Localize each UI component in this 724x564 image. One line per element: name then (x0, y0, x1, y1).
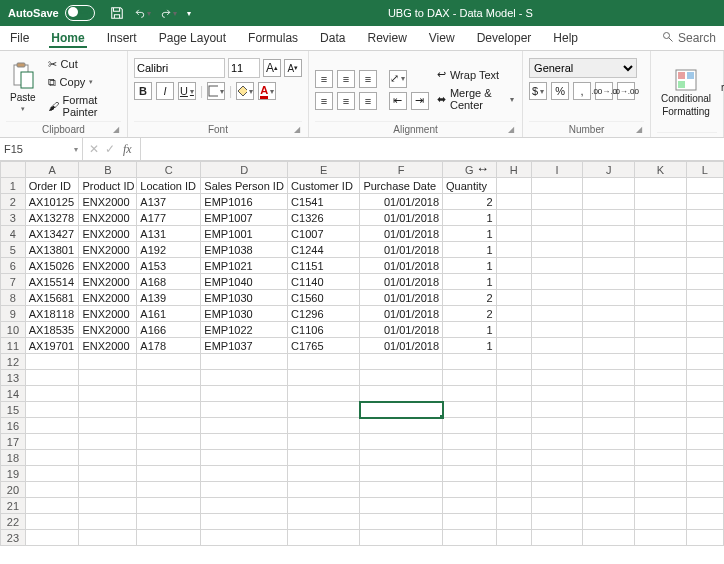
cell[interactable]: 2 (443, 194, 497, 210)
cell[interactable] (583, 290, 635, 306)
cell[interactable] (635, 386, 687, 402)
cell[interactable]: AX15514 (25, 274, 79, 290)
cancel-icon[interactable]: ✕ (89, 142, 99, 156)
cell[interactable] (531, 306, 583, 322)
cell[interactable] (531, 482, 583, 498)
column-header-G[interactable]: G (443, 162, 497, 178)
cell[interactable] (201, 498, 288, 514)
row-header-22[interactable]: 22 (1, 514, 26, 530)
cell[interactable] (201, 482, 288, 498)
cell[interactable] (686, 290, 723, 306)
cell[interactable] (635, 210, 687, 226)
cell[interactable] (531, 418, 583, 434)
tab-data[interactable]: Data (318, 29, 347, 47)
cell[interactable] (443, 450, 497, 466)
cell[interactable]: Product ID (79, 178, 137, 194)
cell[interactable]: EMP1016 (201, 194, 288, 210)
cell[interactable]: 01/01/2018 (360, 274, 443, 290)
save-icon[interactable] (109, 5, 125, 21)
cell[interactable] (635, 402, 687, 418)
cell[interactable] (531, 322, 583, 338)
cell[interactable] (635, 242, 687, 258)
cell[interactable]: 1 (443, 322, 497, 338)
cell[interactable]: ENX2000 (79, 338, 137, 354)
cell[interactable]: 01/01/2018 (360, 226, 443, 242)
cell[interactable]: A168 (137, 274, 201, 290)
cell[interactable] (79, 434, 137, 450)
cell[interactable]: EMP1037 (201, 338, 288, 354)
cell[interactable] (583, 530, 635, 546)
cell[interactable]: EMP1007 (201, 210, 288, 226)
tab-developer[interactable]: Developer (475, 29, 534, 47)
search-box[interactable]: Search (662, 31, 716, 46)
row-header-21[interactable]: 21 (1, 498, 26, 514)
cell[interactable] (360, 386, 443, 402)
cell[interactable] (635, 370, 687, 386)
cell[interactable]: 01/01/2018 (360, 290, 443, 306)
cell[interactable] (25, 530, 79, 546)
percent-button[interactable]: % (551, 82, 569, 100)
cell[interactable] (496, 178, 531, 194)
cell[interactable] (137, 514, 201, 530)
cell[interactable] (583, 418, 635, 434)
cell[interactable] (583, 466, 635, 482)
cut-button[interactable]: ✂Cut (46, 57, 121, 72)
cell[interactable]: ENX2000 (79, 274, 137, 290)
wrap-text-button[interactable]: ↩Wrap Text (435, 67, 516, 82)
cell[interactable]: C1326 (288, 210, 360, 226)
cell[interactable] (686, 194, 723, 210)
cell[interactable]: C1151 (288, 258, 360, 274)
cell[interactable] (201, 370, 288, 386)
cell[interactable] (583, 498, 635, 514)
cell[interactable] (531, 514, 583, 530)
tab-formulas[interactable]: Formulas (246, 29, 300, 47)
cell[interactable] (443, 434, 497, 450)
cell[interactable]: Quantity (443, 178, 497, 194)
cell[interactable] (201, 434, 288, 450)
cell[interactable]: 1 (443, 258, 497, 274)
cell[interactable]: A131 (137, 226, 201, 242)
cell[interactable] (531, 450, 583, 466)
cell[interactable] (79, 386, 137, 402)
cell[interactable] (79, 418, 137, 434)
cell[interactable] (288, 450, 360, 466)
cell[interactable] (686, 338, 723, 354)
column-header-B[interactable]: B (79, 162, 137, 178)
cell[interactable] (288, 370, 360, 386)
tab-view[interactable]: View (427, 29, 457, 47)
cell[interactable] (686, 258, 723, 274)
cell[interactable] (496, 386, 531, 402)
align-middle-button[interactable]: ≡ (337, 70, 355, 88)
row-header-1[interactable]: 1 (1, 178, 26, 194)
italic-button[interactable]: I (156, 82, 174, 100)
align-top-button[interactable]: ≡ (315, 70, 333, 88)
row-header-14[interactable]: 14 (1, 386, 26, 402)
cell[interactable] (137, 386, 201, 402)
cell[interactable] (360, 482, 443, 498)
toggle-switch-icon[interactable]: On (65, 5, 95, 21)
font-size-input[interactable] (228, 58, 260, 78)
qat-customize-icon[interactable]: ▾ (187, 9, 191, 18)
cell[interactable] (531, 194, 583, 210)
row-header-6[interactable]: 6 (1, 258, 26, 274)
cell[interactable] (496, 226, 531, 242)
cell[interactable] (443, 354, 497, 370)
cell[interactable]: 01/01/2018 (360, 210, 443, 226)
cell[interactable] (79, 514, 137, 530)
cell[interactable] (531, 290, 583, 306)
cell[interactable] (583, 354, 635, 370)
cell[interactable] (531, 434, 583, 450)
cell[interactable] (25, 450, 79, 466)
cell[interactable]: ENX2000 (79, 322, 137, 338)
cell[interactable]: Purchase Date (360, 178, 443, 194)
cell[interactable] (531, 354, 583, 370)
cell[interactable] (496, 338, 531, 354)
cell[interactable] (531, 210, 583, 226)
cell[interactable] (360, 402, 443, 418)
cell[interactable]: A153 (137, 258, 201, 274)
cell[interactable] (635, 178, 687, 194)
tab-file[interactable]: File (8, 29, 31, 47)
cell[interactable] (686, 434, 723, 450)
cell[interactable] (686, 402, 723, 418)
cell[interactable] (288, 466, 360, 482)
